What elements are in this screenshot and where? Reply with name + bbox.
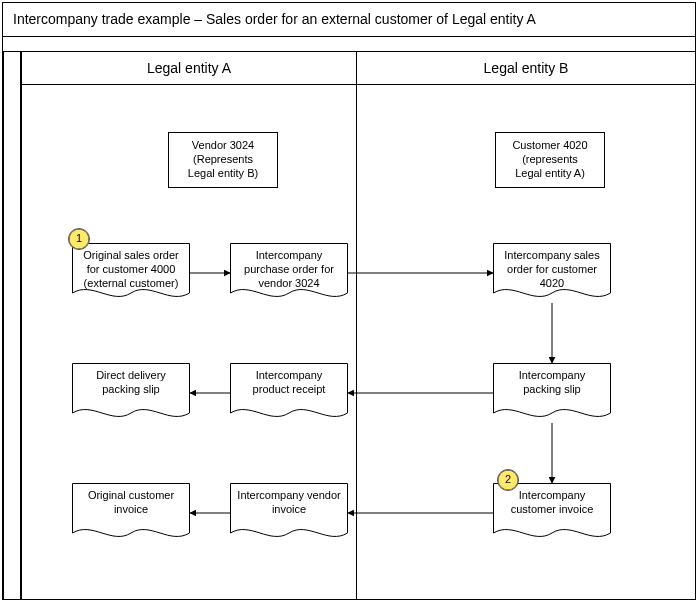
doc-label: Intercompany product receipt [236,369,342,397]
doc-ic-sales-order: Intercompany sales order for customer 40… [493,243,611,305]
doc-ic-packing-slip: Intercompany packing slip [493,363,611,425]
entity-b-header: Legal entity B [357,51,696,85]
diagram-frame: Intercompany trade example – Sales order… [2,2,696,600]
entity-a-header: Legal entity A [21,51,357,85]
doc-ic-purchase-order: Intercompany purchase order for vendor 3… [230,243,348,305]
doc-label: Intercompany purchase order for vendor 3… [236,249,342,290]
doc-label: Intercompany vendor invoice [236,489,342,517]
doc-ic-vendor-invoice: Intercompany vendor invoice [230,483,348,545]
doc-ic-customer-invoice: Intercompany customer invoice [493,483,611,545]
left-pillar [3,51,21,599]
doc-label: Intercompany customer invoice [499,489,605,517]
doc-ic-product-receipt: Intercompany product receipt [230,363,348,425]
badge-2: 2 [497,469,519,491]
doc-original-customer-invoice: Original customer invoice [72,483,190,545]
vendor-text: Vendor 3024(RepresentsLegal entity B) [188,139,258,179]
diagram-title: Intercompany trade example – Sales order… [3,3,695,37]
doc-label: Original customer invoice [78,489,184,517]
customer-box: Customer 4020(representsLegal entity A) [495,132,605,188]
doc-original-sales-order: Original sales order for customer 4000 (… [72,243,190,305]
doc-label: Direct delivery packing slip [78,369,184,397]
doc-label: Original sales order for customer 4000 (… [78,249,184,290]
doc-label: Intercompany sales order for customer 40… [499,249,605,290]
vendor-box: Vendor 3024(RepresentsLegal entity B) [168,132,278,188]
doc-direct-delivery-packing-slip: Direct delivery packing slip [72,363,190,425]
badge-1: 1 [68,228,90,250]
customer-text: Customer 4020(representsLegal entity A) [512,139,587,179]
doc-label: Intercompany packing slip [499,369,605,397]
